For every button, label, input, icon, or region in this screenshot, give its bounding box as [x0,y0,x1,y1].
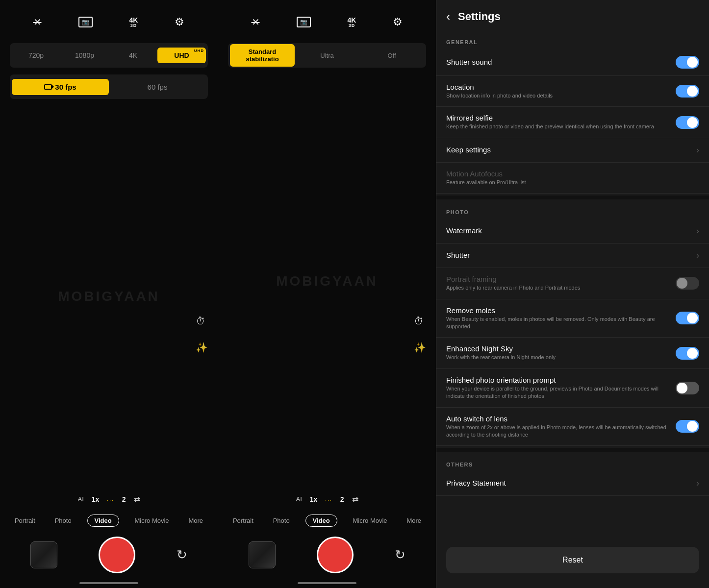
shutter-arrow: › [696,250,699,261]
res-720p[interactable]: 720p [12,48,60,63]
settings-header: ‹ Settings [436,0,709,31]
zoom-1x-right[interactable]: 1x [310,495,318,503]
reset-button[interactable]: Reset [446,547,699,573]
camera-mode-icon-right[interactable]: 📷 [297,17,311,27]
watermark-arrow: › [696,226,699,236]
privacy-statement-title: Privacy Statement [446,479,688,487]
mode-portrait-left[interactable]: Portrait [11,515,39,526]
stab-off[interactable]: Off [359,48,424,63]
orientation-prompt-item[interactable]: Finished photo orientation prompt When y… [436,369,709,408]
mode-micro-right[interactable]: Micro Movie [349,515,391,526]
settings-scroll-area[interactable]: GENERAL Shutter sound Location Show loca… [436,31,709,539]
right-camera-panel: ✕ 📷 4K 3D ⚙ Standard stabilizatio Ultra … [218,0,436,588]
beautify-icon-left[interactable]: ✨ [196,342,208,353]
beautify-icon-right[interactable]: ✨ [414,342,426,353]
res-uhd[interactable]: UHD UHD [157,48,206,63]
timer-icon-right[interactable]: ⏱ [414,316,426,327]
gallery-thumbnail-right[interactable] [249,541,276,568]
fps-60[interactable]: 60 fps [109,79,206,95]
right-side-controls-left: ⏱ ✨ [196,316,208,353]
mode-portrait-right[interactable]: Portrait [229,515,257,526]
mirrored-selfie-item[interactable]: Mirrored selfie Keep the finished photo … [436,107,709,138]
left-camera-panel: ✕ 📷 4K 3D ⚙ 720p 1080p 4K UHD UHD 30 fps… [0,0,218,588]
zoom-bar-right: AI 1x ... 2 ⇄ [218,490,436,508]
mirrored-selfie-title: Mirrored selfie [446,114,668,122]
remove-moles-item[interactable]: Remove moles When Beauty is enabled, mol… [436,299,709,338]
flash-icon-right[interactable]: ✕ [252,16,260,28]
timer-icon-left[interactable]: ⏱ [196,316,208,327]
zoom-dots-left: ... [107,496,114,502]
enhanced-night-sky-knob [687,348,698,359]
switch-icon-left[interactable]: ⇄ [134,494,140,504]
stabilization-selector: Standard stabilizatio Ultra Off [228,43,426,68]
switch-icon-right[interactable]: ⇄ [352,494,358,504]
res-4k[interactable]: 4K [109,48,157,63]
portrait-framing-toggle[interactable] [676,277,699,290]
location-subtitle: Show location info in photo and video de… [446,92,668,99]
settings-icon-right[interactable]: ⚙ [393,16,403,28]
mode-more-left[interactable]: More [184,515,207,526]
privacy-statement-arrow: › [696,478,699,489]
shutter-sound-item[interactable]: Shutter sound [436,49,709,76]
resolution-4k-icon: 4K 3D [129,17,138,28]
remove-moles-toggle[interactable] [676,312,699,324]
privacy-statement-item[interactable]: Privacy Statement › [436,471,709,496]
mode-micro-left[interactable]: Micro Movie [131,515,173,526]
watermark-item[interactable]: Watermark › [436,219,709,244]
shutter-item[interactable]: Shutter › [436,244,709,268]
mode-video-right[interactable]: Video [305,514,337,527]
flip-camera-icon-left[interactable]: ↻ [177,547,187,563]
remove-moles-knob [687,313,698,323]
zoom-2x-right[interactable]: 2 [340,495,344,503]
zoom-bar-left: AI 1x ... 2 ⇄ [0,490,218,508]
motion-autofocus-subtitle: Feature available on Pro/Ultra list [446,179,691,186]
portrait-framing-title: Portrait framing [446,275,668,283]
ai-icon-left: AI [77,495,83,503]
gallery-thumbnail-left[interactable] [30,541,57,568]
shutter-sound-knob [687,57,698,68]
enhanced-night-sky-toggle[interactable] [676,347,699,360]
zoom-1x-left[interactable]: 1x [92,495,100,503]
res-1080p[interactable]: 1080p [60,48,109,63]
orientation-prompt-knob [677,383,687,393]
back-button[interactable]: ‹ [446,10,450,24]
others-section-header: OTHERS [436,454,709,471]
auto-switch-lens-toggle[interactable] [676,420,699,433]
shutter-button-right[interactable] [317,537,354,573]
right-viewfinder: MOBIGYAAN ⏱ ✨ [218,72,436,490]
photo-section-header: PHOTO [436,201,709,219]
mode-video-left[interactable]: Video [87,514,119,527]
zoom-dots-right: ... [325,496,332,502]
fps-30[interactable]: 30 fps [12,79,109,95]
location-toggle[interactable] [676,85,699,98]
auto-switch-lens-item[interactable]: Auto switch of lens When a zoom of 2x or… [436,408,709,446]
general-section-header: GENERAL [436,31,709,49]
stab-standard[interactable]: Standard stabilizatio [230,44,295,67]
location-item[interactable]: Location Show location info in photo and… [436,76,709,107]
mode-photo-left[interactable]: Photo [51,515,76,526]
flash-icon[interactable]: ✕ [33,16,42,28]
zoom-2x-left[interactable]: 2 [122,495,126,503]
enhanced-night-sky-item[interactable]: Enhanced Night Sky Work with the rear ca… [436,338,709,368]
camera-mode-icon[interactable]: 📷 [78,17,93,27]
enhanced-night-sky-subtitle: Work with the rear camera in Night mode … [446,354,668,361]
portrait-framing-item[interactable]: Portrait framing Applies only to rear ca… [436,268,709,299]
keep-settings-item[interactable]: Keep settings › [436,138,709,163]
orientation-prompt-toggle[interactable] [676,382,699,394]
stab-ultra[interactable]: Ultra [295,48,359,63]
watermark-left: MOBIGYAAN [58,289,160,304]
settings-icon-left[interactable]: ⚙ [175,16,184,28]
mode-more-right[interactable]: More [403,515,425,526]
shutter-button-left[interactable] [99,537,135,573]
motion-autofocus-title: Motion Autofocus [446,170,691,178]
remove-moles-subtitle: When Beauty is enabled, moles in photos … [446,316,668,331]
shutter-sound-toggle[interactable] [676,56,699,69]
mode-bar-right: Portrait Photo Video Micro Movie More [218,510,436,529]
mode-photo-right[interactable]: Photo [269,515,294,526]
home-indicator-left [79,582,138,584]
general-photo-divider [436,196,709,199]
keep-settings-title: Keep settings [446,146,688,154]
watermark-right: MOBIGYAAN [276,273,378,289]
mirrored-selfie-toggle[interactable] [676,116,699,129]
flip-camera-icon-right[interactable]: ↻ [395,547,405,563]
